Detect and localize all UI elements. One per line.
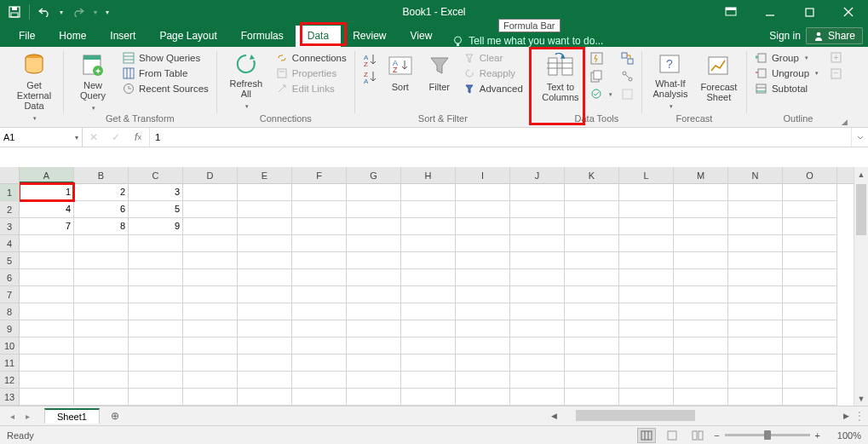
maximize-icon[interactable] xyxy=(790,0,829,24)
cell[interactable] xyxy=(728,389,783,406)
cell[interactable] xyxy=(401,389,456,406)
cell[interactable] xyxy=(347,269,401,286)
col-header[interactable]: M xyxy=(674,167,728,183)
cell[interactable] xyxy=(238,389,292,406)
cell[interactable] xyxy=(74,235,129,252)
cell[interactable] xyxy=(456,201,510,218)
cell[interactable] xyxy=(401,372,456,389)
cell[interactable] xyxy=(292,320,347,337)
cell[interactable] xyxy=(565,201,619,218)
cell[interactable] xyxy=(783,252,837,269)
cell[interactable] xyxy=(728,355,783,372)
new-sheet-button[interactable]: ⊕ xyxy=(105,410,125,422)
row-header[interactable]: 6 xyxy=(0,269,19,286)
cell[interactable] xyxy=(674,201,728,218)
cell[interactable]: 8 xyxy=(74,218,129,235)
filter-button[interactable]: Filter xyxy=(422,49,457,109)
col-header[interactable]: E xyxy=(238,167,292,183)
cell[interactable] xyxy=(401,269,456,286)
cell[interactable] xyxy=(619,303,674,320)
cell[interactable] xyxy=(129,389,183,406)
col-header[interactable]: C xyxy=(129,167,183,183)
cell[interactable] xyxy=(619,218,674,235)
cell[interactable]: 7 xyxy=(20,218,74,235)
cell[interactable] xyxy=(292,218,347,235)
cell[interactable] xyxy=(238,355,292,372)
cell[interactable] xyxy=(619,235,674,252)
connections-button[interactable]: Connections xyxy=(273,51,349,65)
vertical-scrollbar[interactable]: ▲ ▼ xyxy=(854,167,868,406)
cell[interactable] xyxy=(238,201,292,218)
cell[interactable] xyxy=(129,269,183,286)
dialog-launcher-icon[interactable]: ◢ xyxy=(842,118,848,126)
col-header[interactable]: J xyxy=(510,167,565,183)
cell[interactable] xyxy=(238,218,292,235)
cell[interactable] xyxy=(292,286,347,303)
undo-dropdown-icon[interactable]: ▾ xyxy=(57,9,66,16)
cell[interactable] xyxy=(674,286,728,303)
cell[interactable] xyxy=(238,269,292,286)
tab-home[interactable]: Home xyxy=(47,26,98,47)
cell[interactable] xyxy=(674,235,728,252)
cell[interactable] xyxy=(783,303,837,320)
cell[interactable] xyxy=(74,372,129,389)
qat-customize-icon[interactable]: ▾ xyxy=(103,9,112,16)
cell[interactable] xyxy=(783,235,837,252)
cell[interactable] xyxy=(565,235,619,252)
consolidate-button[interactable] xyxy=(618,51,636,66)
from-table-button[interactable]: From Table xyxy=(120,66,211,80)
tab-data[interactable]: Data xyxy=(296,26,341,47)
cell[interactable] xyxy=(728,252,783,269)
scroll-down-icon[interactable]: ▼ xyxy=(854,391,868,406)
cell[interactable] xyxy=(456,389,510,406)
cell[interactable] xyxy=(74,286,129,303)
cell[interactable] xyxy=(74,320,129,337)
cell[interactable] xyxy=(347,201,401,218)
cell[interactable] xyxy=(20,269,74,286)
cell[interactable] xyxy=(401,235,456,252)
cell[interactable] xyxy=(183,286,238,303)
sort-desc-button[interactable]: ZA xyxy=(360,68,379,85)
nav-first-icon[interactable]: ◂ xyxy=(5,412,19,421)
refresh-all-button[interactable]: Refresh All▾ xyxy=(222,49,270,109)
scroll-left-icon[interactable]: ◀ xyxy=(547,412,561,420)
cell[interactable] xyxy=(183,201,238,218)
cell[interactable] xyxy=(183,303,238,320)
cell[interactable] xyxy=(619,372,674,389)
cell[interactable] xyxy=(183,355,238,372)
close-icon[interactable] xyxy=(829,0,868,24)
row-header[interactable]: 9 xyxy=(0,320,19,337)
cell[interactable] xyxy=(401,355,456,372)
cell[interactable] xyxy=(183,184,238,201)
cell[interactable] xyxy=(292,372,347,389)
cell[interactable] xyxy=(74,252,129,269)
cell[interactable] xyxy=(565,184,619,201)
cell[interactable] xyxy=(456,303,510,320)
cell[interactable] xyxy=(674,372,728,389)
cell[interactable] xyxy=(456,184,510,201)
nav-last-icon[interactable]: ▸ xyxy=(20,412,34,421)
cell[interactable] xyxy=(565,389,619,406)
remove-dup-button[interactable] xyxy=(588,69,615,84)
cell[interactable] xyxy=(129,286,183,303)
cell[interactable] xyxy=(401,218,456,235)
cell[interactable] xyxy=(619,320,674,337)
cell[interactable] xyxy=(510,355,565,372)
row-header[interactable]: 4 xyxy=(0,235,19,252)
cell[interactable]: 6 xyxy=(74,201,129,218)
cell[interactable] xyxy=(565,286,619,303)
tab-nav[interactable]: ◂▸ xyxy=(0,412,39,421)
cell[interactable] xyxy=(20,286,74,303)
redo-dropdown-icon[interactable]: ▾ xyxy=(91,9,100,16)
cell[interactable] xyxy=(20,320,74,337)
cell[interactable] xyxy=(728,235,783,252)
col-header[interactable]: O xyxy=(783,167,837,183)
cell[interactable]: 5 xyxy=(129,201,183,218)
cell[interactable] xyxy=(238,252,292,269)
row-header[interactable]: 7 xyxy=(0,286,19,303)
cell[interactable] xyxy=(783,201,837,218)
cell[interactable] xyxy=(292,389,347,406)
get-external-data-button[interactable]: Get External Data▾ xyxy=(10,49,58,109)
subtotal-button[interactable]: Subtotal xyxy=(752,82,821,95)
expand-formula-icon[interactable] xyxy=(851,128,868,147)
